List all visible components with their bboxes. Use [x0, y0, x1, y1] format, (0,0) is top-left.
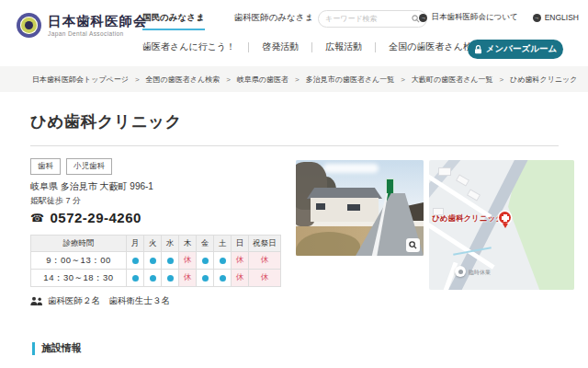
circle-arrow-icon: →: [419, 14, 427, 22]
photo-building: [311, 198, 379, 222]
hours-open-cell: [162, 270, 179, 287]
clinic-address: 岐阜県 多治見市 大藪町 996-1: [30, 180, 153, 193]
photo-window: [347, 204, 360, 211]
hours-header-cell: 日: [232, 236, 249, 252]
english-link[interactable]: → ENGLISH: [533, 13, 579, 22]
lock-icon: [474, 45, 482, 54]
category-tag: 小児歯科: [66, 158, 112, 175]
open-dot-icon: [132, 275, 139, 282]
keyword-search[interactable]: [318, 10, 427, 28]
phone-number: 0572-29-4260: [50, 210, 141, 225]
breadcrumb-item[interactable]: 多治見市の歯医者さん一覧: [306, 75, 395, 85]
open-dot-icon: [132, 258, 139, 264]
hours-open-cell: [144, 270, 162, 287]
hours-closed-cell: 休: [232, 270, 249, 287]
main-nav-item[interactable]: 広報活動: [325, 40, 362, 53]
breadcrumb-item[interactable]: 全国の歯医者さん検索: [146, 75, 220, 85]
staff-info: 歯科医師２名 歯科衛生士３名: [30, 295, 170, 307]
hours-header-cell: 土: [214, 236, 232, 252]
map-building: [456, 174, 469, 186]
utility-links: → 日本歯科医師会について → ENGLISH: [419, 12, 579, 23]
logo-text: 日本歯科医師会 Japan Dental Association: [48, 14, 148, 36]
hours-row: 9：00～13：00休休休: [31, 252, 281, 270]
open-dot-icon: [167, 258, 174, 264]
page: 日本歯科医師会 Japan Dental Association 国民のみなさま…: [0, 0, 588, 368]
globe-icon: →: [533, 14, 541, 22]
search-input[interactable]: [325, 15, 412, 23]
breadcrumb-separator: >: [135, 75, 140, 84]
clinic-photo[interactable]: [296, 160, 424, 256]
location-map[interactable]: ひめ歯科クリニック 臨時休業: [429, 160, 574, 290]
logo-subtitle: Japan Dental Association: [48, 30, 148, 37]
nav-divider: [248, 42, 249, 52]
members-room-button[interactable]: メンバーズルーム: [468, 40, 563, 59]
clinic-phone[interactable]: ☎ 0572-29-4260: [30, 210, 141, 225]
hours-closed-cell: 休: [232, 252, 249, 270]
audience-tabs: 国民のみなさま歯科医師のみなさま: [142, 12, 313, 30]
category-tags: 歯科小児歯科: [30, 158, 112, 175]
hours-header-cell: 月: [127, 236, 144, 252]
hours-time-cell: 9：00～13：00: [31, 252, 127, 270]
open-dot-icon: [220, 258, 226, 264]
hours-open-cell: [214, 270, 232, 287]
site-header: 日本歯科医師会 Japan Dental Association 国民のみなさま…: [0, 0, 588, 66]
title-divider: [30, 145, 559, 146]
hours-closed-cell: 休: [179, 270, 197, 287]
hours-open-cell: [197, 270, 214, 287]
hours-closed-cell: 休: [249, 270, 281, 287]
hours-open-cell: [144, 252, 162, 270]
photo-zoom-icon[interactable]: [406, 238, 420, 252]
main-nav: 歯医者さんに行こう！啓発活動広報活動全国の歯医者さん検索: [142, 40, 481, 53]
breadcrumb: 日本歯科医師会トップページ>全国の歯医者さん検索>岐阜県の歯医者>多治見市の歯医…: [32, 75, 577, 85]
breadcrumb-item[interactable]: 日本歯科医師会トップページ: [32, 75, 129, 85]
nav-divider: [375, 42, 376, 52]
hours-header-cell: 診療時間: [31, 236, 127, 252]
main-nav-item[interactable]: 啓発活動: [262, 40, 299, 53]
map-pin-tail: [503, 224, 508, 228]
hours-closed-cell: 休: [249, 252, 281, 270]
site-logo[interactable]: 日本歯科医師会 Japan Dental Association: [17, 13, 148, 38]
hours-row: 14：30～18：30休休休: [31, 270, 281, 287]
clinic-access: 姫駅徒歩 7 分: [30, 195, 81, 207]
hours-header-cell: 水: [162, 236, 179, 252]
hours-table: 診療時間月火水木金土日祝祭日9：00～13：00休休休14：30～18：30休休…: [30, 235, 281, 287]
staff-people-icon: [30, 296, 43, 306]
map-poi-label: 臨時休業: [469, 269, 491, 277]
hours-open-cell: [214, 252, 232, 270]
main-nav-item[interactable]: 歯医者さんに行こう！: [142, 40, 235, 53]
category-tag: 歯科: [30, 158, 61, 175]
nav-divider: [311, 42, 312, 52]
breadcrumb-separator: >: [295, 75, 300, 84]
about-link-label: 日本歯科医師会について: [431, 12, 517, 23]
heading-accent-bar: [32, 342, 35, 355]
map-pin-icon[interactable]: [499, 212, 511, 224]
top-nav-tab[interactable]: 歯科医師のみなさま: [234, 12, 314, 30]
breadcrumb-item[interactable]: 大藪町の歯医者さん一覧: [412, 75, 493, 85]
hours-header-cell: 火: [144, 236, 162, 252]
breadcrumb-item[interactable]: 岐阜県の歯医者: [237, 75, 288, 85]
members-room-label: メンバーズルーム: [486, 43, 557, 55]
page-title: ひめ歯科クリニック: [30, 110, 182, 132]
top-nav-tab[interactable]: 国民のみなさま: [142, 12, 205, 30]
hours-open-cell: [197, 252, 214, 270]
hours-header-cell: 木: [179, 236, 197, 252]
open-dot-icon: [220, 275, 226, 282]
hours-closed-cell: 休: [179, 252, 197, 270]
english-link-label: ENGLISH: [545, 13, 579, 22]
open-dot-icon: [167, 275, 174, 282]
breadcrumb-separator: >: [226, 75, 231, 84]
map-poi-icon[interactable]: [455, 266, 466, 277]
open-dot-icon: [202, 275, 209, 282]
facility-info-heading: 施設情報: [32, 341, 82, 355]
open-dot-icon: [150, 275, 156, 282]
about-link[interactable]: → 日本歯科医師会について: [419, 12, 517, 23]
hours-open-cell: [162, 252, 179, 270]
hours-header-cell: 祝祭日: [249, 236, 281, 252]
phone-icon: ☎: [30, 212, 44, 224]
photo-window: [316, 203, 325, 210]
hours-header-cell: 金: [197, 236, 214, 252]
breadcrumb-bar: 日本歯科医師会トップページ>全国の歯医者さん検索>岐阜県の歯医者>多治見市の歯医…: [0, 66, 588, 92]
map-pin-label: ひめ歯科クリニック: [432, 213, 503, 224]
jda-emblem-icon: [17, 13, 41, 38]
breadcrumb-separator: >: [401, 75, 405, 84]
